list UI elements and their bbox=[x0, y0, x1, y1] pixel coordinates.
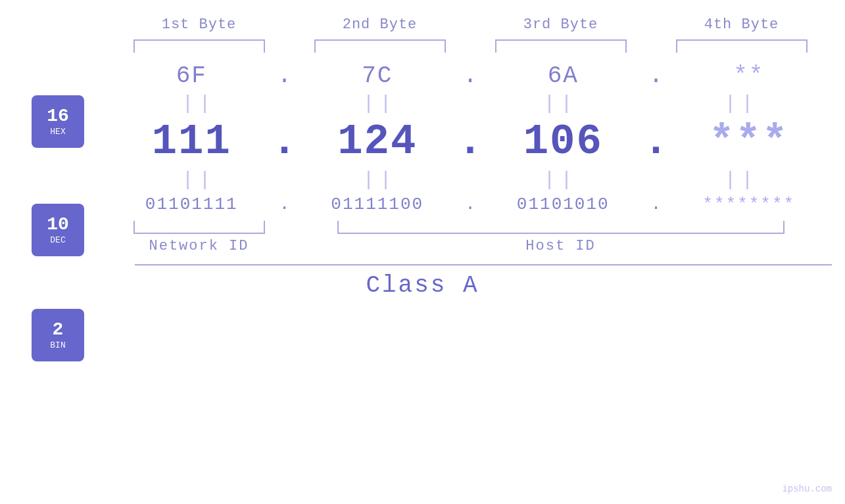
bin-b1-cell: 01101111 bbox=[109, 195, 275, 214]
bin-b1-value: 01101111 bbox=[145, 195, 238, 214]
top-bracket-line-4 bbox=[676, 39, 808, 53]
class-label: Class A bbox=[366, 272, 479, 299]
top-bracket-1 bbox=[109, 39, 289, 53]
bin-dot-1: . bbox=[275, 195, 295, 214]
dec-b2-cell: 124 bbox=[295, 118, 461, 166]
badge-dec-label: DEC bbox=[50, 235, 65, 245]
hex-dot-3: . bbox=[646, 62, 666, 89]
col-header-4: 4th Byte bbox=[651, 16, 832, 33]
equals-row-1: || || || || bbox=[109, 93, 832, 115]
top-bracket-3 bbox=[470, 39, 651, 53]
col-header-2: 2nd Byte bbox=[289, 16, 470, 33]
badge-dec: 10 DEC bbox=[32, 204, 84, 256]
watermark: ipshu.com bbox=[782, 484, 832, 494]
col-header-3: 3rd Byte bbox=[470, 16, 651, 33]
badge-bin-label: BIN bbox=[50, 340, 65, 350]
dec-b1-value: 111 bbox=[152, 118, 231, 166]
top-bracket-line-1 bbox=[133, 39, 265, 53]
top-bracket-4 bbox=[651, 39, 832, 53]
host-bracket: Host ID bbox=[289, 221, 832, 254]
bin-b2-value: 01111100 bbox=[331, 195, 423, 214]
dec-dot-1: . bbox=[275, 118, 295, 166]
eq1-4: || bbox=[651, 93, 832, 115]
equals-row-2: || || || || bbox=[109, 169, 832, 191]
hex-b4-cell: ** bbox=[666, 62, 833, 89]
dec-b4-value: *** bbox=[709, 118, 788, 166]
eq1-3: || bbox=[470, 93, 651, 115]
dec-b4-cell: *** bbox=[666, 118, 833, 166]
dec-b3-value: 106 bbox=[523, 118, 603, 166]
top-bracket-line-3 bbox=[495, 39, 627, 53]
bin-b3-value: 01101010 bbox=[517, 195, 610, 214]
dec-row: 111 . 124 . 106 . *** bbox=[109, 118, 832, 166]
top-bracket-line-2 bbox=[314, 39, 446, 53]
eq2-2: || bbox=[289, 169, 470, 191]
bin-b3-cell: 01101010 bbox=[480, 195, 646, 214]
dec-b2-value: 124 bbox=[337, 118, 417, 166]
hex-b4-value: ** bbox=[733, 62, 764, 89]
dec-b1-cell: 111 bbox=[109, 118, 275, 166]
hex-b3-cell: 6A bbox=[480, 62, 646, 89]
network-bracket: Network ID bbox=[109, 221, 289, 254]
eq2-3: || bbox=[470, 169, 651, 191]
eq2-1: || bbox=[109, 169, 289, 191]
dec-dot-3: . bbox=[646, 118, 666, 166]
bin-b2-cell: 01111100 bbox=[295, 195, 461, 214]
hex-b3-value: 6A bbox=[548, 62, 579, 89]
eq1-2: || bbox=[289, 93, 470, 115]
bin-b4-value: ******** bbox=[702, 195, 795, 214]
badge-dec-number: 10 bbox=[47, 216, 69, 234]
badge-hex: 16 HEX bbox=[32, 95, 84, 148]
overall-bottom-bracket bbox=[135, 264, 832, 265]
host-bracket-line bbox=[337, 221, 785, 234]
hex-row: 6F . 7C . 6A . ** bbox=[109, 62, 832, 89]
badge-bin: 2 BIN bbox=[32, 309, 84, 361]
network-id-label: Network ID bbox=[149, 238, 249, 254]
top-bracket-2 bbox=[289, 39, 470, 53]
hex-dot-1: . bbox=[275, 62, 295, 89]
bin-dot-3: . bbox=[646, 195, 666, 214]
eq1-1: || bbox=[109, 93, 289, 115]
hex-b1-cell: 6F bbox=[109, 62, 275, 89]
network-bracket-line bbox=[133, 221, 265, 234]
host-id-label: Host ID bbox=[525, 238, 595, 254]
hex-b1-value: 6F bbox=[176, 62, 207, 89]
top-brackets bbox=[109, 39, 832, 53]
col-header-1: 1st Byte bbox=[109, 16, 289, 33]
hex-b2-cell: 7C bbox=[295, 62, 461, 89]
bin-b4-cell: ******** bbox=[666, 195, 833, 214]
dec-b3-cell: 106 bbox=[480, 118, 646, 166]
column-headers: 1st Byte 2nd Byte 3rd Byte 4th Byte bbox=[109, 16, 832, 33]
badge-hex-number: 16 bbox=[47, 107, 69, 126]
hex-b2-value: 7C bbox=[362, 62, 393, 89]
dec-dot-2: . bbox=[460, 118, 480, 166]
bottom-brackets: Network ID Host ID bbox=[109, 221, 832, 254]
badge-bin-number: 2 bbox=[53, 321, 64, 339]
main-container: 16 HEX 10 DEC 2 BIN 1st Byte 2nd Byte 3r… bbox=[0, 0, 845, 504]
badge-hex-label: HEX bbox=[50, 127, 65, 137]
bin-dot-2: . bbox=[460, 195, 480, 214]
hex-dot-2: . bbox=[460, 62, 480, 89]
eq2-4: || bbox=[651, 169, 832, 191]
bin-row: 01101111 . 01111100 . 01101010 . *******… bbox=[109, 195, 832, 214]
